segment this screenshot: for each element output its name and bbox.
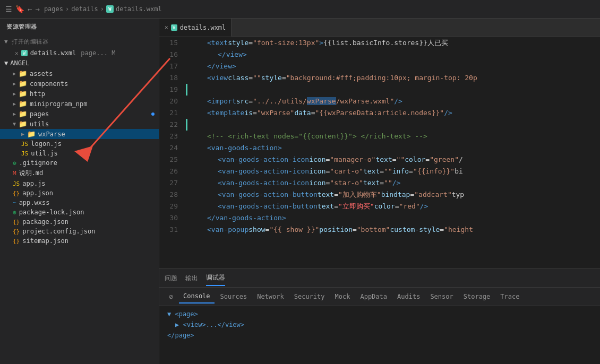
folder-name-miniprogram: miniprogram_npm [30,100,87,108]
opened-file-details[interactable]: ✕ W details.wxml page... M [0,48,159,58]
file-packagelock[interactable]: ⚙ package-lock.json [0,207,159,217]
opened-editor-section[interactable]: ▼ 打开的编辑器 [0,35,159,48]
arrow-icon: ▶ [13,91,16,97]
tab-details-wxml[interactable]: ✕ W details.wxml [159,19,232,37]
sidebar: 资源管理器 ▼ 打开的编辑器 ✕ W details.wxml page... … [0,19,159,364]
bookmark-icon[interactable]: 🔖 [15,5,24,13]
folder-pages[interactable]: ▶ 📁 pages [0,109,159,119]
arrow-icon: ▶ [13,111,16,117]
code-line-18: <view class="" style="background:#fff;pa… [186,72,600,84]
folder-wxparse[interactable]: ▶ 📁 wxParse [0,129,159,139]
opened-file-name: details.wxml [30,49,76,57]
json-icon-app: {} [13,190,20,197]
js-icon-util: JS [21,150,28,157]
folder-icon-pages: 📁 [19,110,27,118]
file-readme[interactable]: M 说明.md [0,168,159,179]
file-package[interactable]: {} package.json [0,217,159,227]
sidebar-title: 资源管理器 [0,19,159,35]
debug-tab-mock[interactable]: Mock [331,290,355,303]
md-icon: M [13,170,16,177]
opened-file-extra: page... M [81,49,115,57]
xml-line-page: ▼ <page> [167,309,592,319]
tab-label: details.wxml [180,24,226,31]
forward-icon[interactable]: → [35,5,39,13]
breadcrumb-pages[interactable]: pages [44,5,63,13]
code-line-20: <import src="../../utils/wxParse/wxParse… [186,96,600,107]
folder-name-assets: assets [30,70,53,77]
file-appwxss[interactable]: ~ app.wxss [0,198,159,207]
file-logon[interactable]: JS logon.js [0,139,159,149]
code-line-16: </view> [186,49,600,60]
arrow-icon: ▶ [13,101,16,107]
folder-utils[interactable]: ▼ 📁 utils [0,119,159,129]
debug-tab-network[interactable]: Network [253,290,288,303]
debug-tab-appdata[interactable]: AppData [356,290,391,303]
file-name-appwxss: app.wxss [19,199,50,206]
tab-file-icon: W [171,24,177,31]
file-util[interactable]: JS util.js [0,149,159,158]
project-name: ANGEL [10,59,29,67]
file-projectconfig[interactable]: {} project.config.json [0,227,159,236]
folder-icon-wxparse: 📁 [27,130,36,138]
folder-icon-http: 📁 [19,90,27,98]
file-name-packagelock: package-lock.json [19,209,84,216]
json-icon-sitemap: {} [13,238,20,245]
debug-tab-security[interactable]: Security [290,290,329,303]
code-line-30: </van-goods-action> [186,212,600,224]
filter-icon[interactable]: ⊘ [165,290,177,303]
code-line-24: <van-goods-action> [186,142,600,154]
project-section[interactable]: ▼ ANGEL [0,58,159,68]
code-editor[interactable]: 15 16 17 18 19 20 21 22 23 24 25 26 27 2… [159,37,600,268]
file-name-logon: logon.js [31,140,62,148]
menu-icon[interactable]: ☰ [5,5,12,13]
arrow-icon: ▶ [21,131,24,137]
breadcrumb: pages › details › W details.wxml [44,5,162,13]
folder-name-components: components [30,80,68,88]
debug-tab-trace[interactable]: Trace [496,290,524,303]
json-icon-project: {} [13,228,20,235]
debug-tab-console[interactable]: Console [179,290,215,304]
tab-wenti[interactable]: 问题 [165,271,177,285]
gitignore-icon: ⚙ [13,160,16,167]
folder-assets[interactable]: ▶ 📁 assets [0,68,159,79]
file-sitemap[interactable]: {} sitemap.json [0,236,159,246]
arrow-icon: ▶ [13,81,16,86]
arrow-icon: ▶ [13,71,16,76]
bottom-panel: 问题 输出 调试器 ⊘ Console Sources Network Secu… [159,268,600,364]
breadcrumb-details[interactable]: details [71,5,98,13]
folder-name-http: http [30,90,45,98]
project-arrow: ▼ [4,59,8,67]
file-appjson[interactable]: {} app.json [0,188,159,198]
folder-components[interactable]: ▶ 📁 components [0,79,159,89]
editor-tabs: ✕ W details.wxml [159,19,600,37]
folder-icon-components: 📁 [19,80,27,88]
file-appjs[interactable]: JS app.js [0,179,159,188]
tab-close-icon[interactable]: ✕ [165,24,168,31]
bottom-content: ▼ <page> ▶ <view>...</view> </page> [159,306,600,364]
debug-toolbar: ⊘ Console Sources Network Security Mock … [159,288,600,306]
code-line-29: <van-goods-action-button text="立即购买" col… [186,201,600,212]
wxml-file-icon: W [21,50,28,56]
back-icon[interactable]: ← [28,5,32,13]
folder-name-utils: utils [30,120,49,128]
top-bar: ☰ 🔖 ← → pages › details › W details.wxml [0,0,600,19]
code-line-21: <template is="wxParse" data="{{wxParseDa… [186,107,600,119]
debug-tab-sensor[interactable]: Sensor [426,290,457,303]
file-name-sitemap: sitemap.json [22,237,68,245]
debug-tab-storage[interactable]: Storage [459,290,495,303]
json-icon-package: {} [13,219,20,226]
js-icon-app: JS [13,180,20,187]
folder-http[interactable]: ▶ 📁 http [0,89,159,99]
file-gitignore[interactable]: ⚙ .gitignore [0,158,159,168]
folder-name-pages: pages [30,110,49,118]
folder-miniprogram[interactable]: ▶ 📁 miniprogram_npm [0,99,159,109]
folder-icon-miniprogram: 📁 [19,100,27,108]
tab-shuchu[interactable]: 输出 [185,271,198,285]
tab-debugger[interactable]: 调试器 [206,271,225,286]
close-icon[interactable]: ✕ [15,50,19,57]
line-numbers: 15 16 17 18 19 20 21 22 23 24 25 26 27 2… [159,37,183,268]
code-line-31: <van-popup show="{{ show }}" position="b… [186,224,600,236]
debug-tab-audits[interactable]: Audits [393,290,424,303]
lock-icon: ⚙ [13,209,16,216]
debug-tab-sources[interactable]: Sources [216,290,252,303]
